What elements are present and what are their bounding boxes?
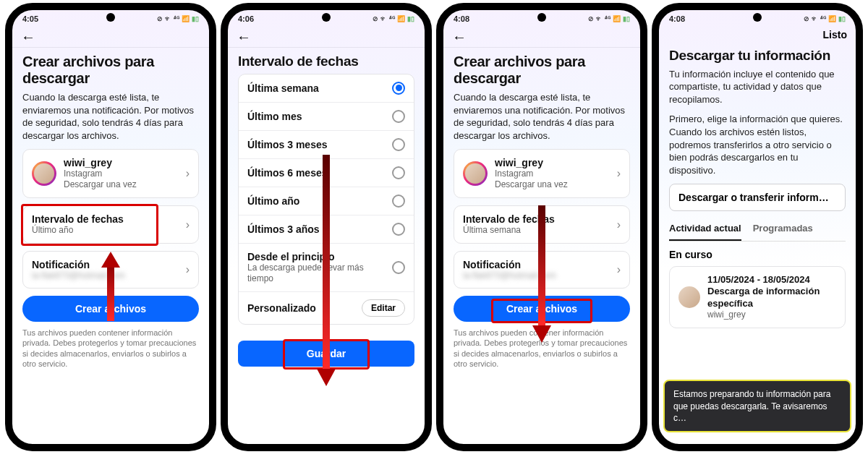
phone-screen-3: 4:08 ⊘ᯤ⁴ᴳ📶▮▯ ← Crear archivos para desca… — [436, 3, 647, 451]
option-6-months[interactable]: Últimos 6 meses — [239, 158, 414, 187]
radio-icon — [392, 110, 405, 123]
notification-card: Notificación la-flak873@hotmail.com › — [22, 251, 199, 289]
info-paragraph-1: Tu información incluye el contenido que … — [669, 68, 846, 106]
option-label: Desde el principio — [247, 251, 388, 262]
account-username: wiwi_grey — [495, 157, 613, 168]
status-icons: ⊘ᯤ⁴ᴳ📶▮▯ — [804, 15, 846, 22]
camera-notch — [322, 13, 331, 22]
page-title: Crear archivos para descargar — [454, 54, 630, 87]
chevron-right-icon: › — [186, 263, 190, 276]
status-icons: ⊘ᯤ⁴ᴳ📶▮▯ — [157, 15, 199, 22]
radio-icon — [392, 82, 405, 95]
option-label: Últimos 3 meses — [247, 139, 388, 150]
instagram-avatar-ring — [463, 161, 488, 186]
avatar — [465, 163, 485, 184]
status-time: 4:08 — [669, 14, 685, 23]
radio-icon — [392, 261, 405, 274]
chevron-right-icon: › — [617, 218, 621, 231]
account-row[interactable]: wiwi_grey Instagram Descargar una vez › — [23, 150, 198, 197]
in-progress-item: 11/05/2024 - 18/05/2024 Descarga de info… — [669, 266, 846, 328]
edit-button[interactable]: Editar — [362, 299, 405, 317]
account-card: wiwi_grey Instagram Descargar una vez › — [22, 149, 199, 198]
option-3-months[interactable]: Últimos 3 meses — [239, 130, 414, 158]
phone-screen-1: 4:05 ⊘ᯤ⁴ᴳ📶▮▯ ← Crear archivos para desca… — [5, 3, 216, 451]
status-time: 4:08 — [454, 14, 469, 23]
page-description: Cuando la descarga esté lista, te enviar… — [22, 91, 199, 142]
toast-preparing: Estamos preparando tu información para q… — [663, 380, 851, 432]
header: Listo — [659, 25, 856, 42]
section-in-progress: En curso — [669, 249, 846, 260]
create-files-button[interactable]: Crear archivos — [22, 296, 199, 322]
chevron-right-icon: › — [617, 263, 621, 276]
option-last-month[interactable]: Último mes — [239, 102, 414, 130]
header: ← — [12, 25, 209, 48]
header: ← — [443, 25, 640, 48]
camera-notch — [753, 13, 762, 22]
notification-row[interactable]: Notificación la-flak873@hotmail.com › — [454, 252, 629, 288]
avatar — [678, 286, 700, 308]
phone-screen-2: 4:06 ⊘ᯤ⁴ᴳ📶▮▯ ← Intervalo de fechas Últim… — [221, 3, 432, 451]
tab-scheduled[interactable]: Programadas — [753, 218, 813, 241]
status-time: 4:05 — [22, 14, 38, 23]
account-action: Descargar una vez — [64, 179, 182, 190]
account-platform: Instagram — [495, 168, 613, 179]
status-time: 4:06 — [238, 14, 254, 23]
notification-card: Notificación la-flak873@hotmail.com › — [454, 251, 630, 289]
option-custom[interactable]: Personalizado Editar — [239, 291, 414, 324]
option-last-year[interactable]: Último año — [239, 187, 414, 215]
create-files-button[interactable]: Crear archivos — [454, 296, 630, 322]
back-icon[interactable]: ← — [21, 29, 35, 46]
page-title: Crear archivos para descargar — [22, 54, 199, 87]
date-range-value: Último año — [32, 225, 182, 236]
header: ← — [228, 25, 425, 48]
notification-row[interactable]: Notificación la-flak873@hotmail.com › — [23, 252, 198, 288]
option-label: Últimos 3 años — [247, 223, 388, 235]
info-paragraph-2: Primero, elige la información que quiere… — [669, 113, 846, 176]
svg-marker-3 — [317, 369, 336, 386]
option-label: Últimos 6 meses — [247, 167, 388, 179]
option-last-week[interactable]: Última semana — [239, 74, 414, 102]
account-row[interactable]: wiwi_grey Instagram Descargar una vez › — [454, 150, 629, 197]
chevron-right-icon: › — [186, 218, 190, 231]
date-range-card: Intervalo de fechas Último año › — [22, 205, 199, 244]
notification-label: Notificación — [32, 259, 182, 270]
option-3-years[interactable]: Últimos 3 años — [239, 215, 414, 243]
notification-label: Notificación — [463, 259, 613, 270]
page-title: Descargar tu información — [669, 48, 846, 64]
tabs: Actividad actual Programadas — [669, 218, 846, 242]
back-icon[interactable]: ← — [452, 29, 467, 46]
date-range-label: Intervalo de fechas — [32, 213, 182, 225]
option-from-start[interactable]: Desde el principio La descarga puede lle… — [239, 243, 414, 291]
done-button[interactable]: Listo — [823, 29, 847, 40]
option-sub: La descarga puede llevar más tiempo — [247, 262, 388, 284]
option-label: Último mes — [247, 111, 388, 122]
account-platform: Instagram — [64, 168, 182, 179]
tab-current-activity[interactable]: Actividad actual — [669, 218, 741, 241]
chevron-right-icon: › — [186, 167, 190, 180]
date-range-row[interactable]: Intervalo de fechas Último año › — [23, 206, 198, 243]
item-title: 11/05/2024 - 18/05/2024 Descarga de info… — [707, 274, 836, 309]
option-label: Último año — [247, 195, 388, 207]
instagram-avatar-ring — [32, 161, 56, 186]
save-button[interactable]: Guardar — [238, 341, 414, 367]
back-icon[interactable]: ← — [237, 29, 251, 46]
item-user: wiwi_grey — [707, 309, 836, 320]
download-transfer-button[interactable]: Descargar o transferir inform… — [669, 184, 846, 211]
account-card: wiwi_grey Instagram Descargar una vez › — [454, 149, 630, 198]
account-username: wiwi_grey — [64, 157, 182, 168]
option-label: Personalizado — [247, 302, 362, 314]
status-icons: ⊘ᯤ⁴ᴳ📶▮▯ — [588, 15, 630, 22]
date-range-value: Última semana — [463, 225, 613, 236]
radio-icon — [392, 166, 405, 179]
date-range-label: Intervalo de fechas — [463, 213, 613, 225]
camera-notch — [106, 13, 115, 22]
radio-icon — [392, 223, 405, 236]
radio-icon — [392, 138, 405, 151]
date-range-row[interactable]: Intervalo de fechas Última semana › — [454, 206, 629, 243]
status-icons: ⊘ᯤ⁴ᴳ📶▮▯ — [373, 15, 414, 22]
date-range-card: Intervalo de fechas Última semana › — [454, 205, 630, 244]
download-item-row[interactable]: 11/05/2024 - 18/05/2024 Descarga de info… — [670, 267, 845, 328]
avatar — [34, 163, 54, 184]
privacy-footnote: Tus archivos pueden contener información… — [454, 328, 630, 369]
option-label: Última semana — [247, 82, 388, 94]
